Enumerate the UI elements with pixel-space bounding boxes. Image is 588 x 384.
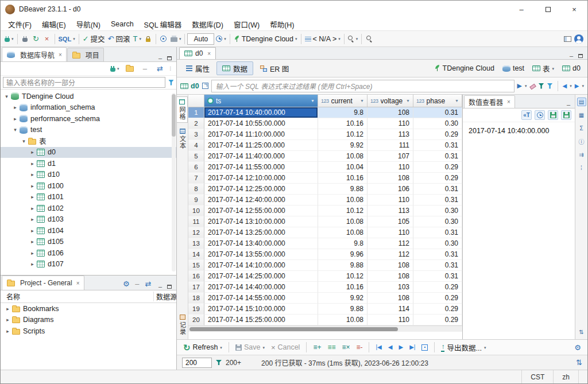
column-dropdown-icon[interactable]: ▼ — [406, 99, 410, 103]
column-header-current[interactable]: 123current▼ — [318, 95, 368, 107]
cell-voltage[interactable]: 108 — [368, 107, 413, 118]
cell-current[interactable]: 10.12 — [318, 271, 368, 282]
tree-item-performance_schema[interactable]: ▸performance_schema — [1, 113, 176, 125]
account-button[interactable] — [573, 33, 585, 45]
dropdown-icon[interactable]: ▾ — [338, 37, 341, 41]
commit-button[interactable]: ✓提交 — [82, 33, 106, 45]
search-button[interactable]: ▾ — [347, 33, 359, 45]
minimize-view-icon[interactable]: – — [158, 284, 162, 290]
cell-current[interactable]: 9.92 — [318, 140, 368, 151]
expand-arrow-icon[interactable]: ▸ — [29, 183, 36, 189]
save-value-as-icon[interactable] — [561, 110, 571, 120]
edit-filter-icon[interactable] — [539, 83, 544, 89]
export-data-button[interactable]: ↑导出数据...▾ — [439, 341, 488, 354]
window-maximize-button[interactable] — [535, 1, 561, 18]
navigator-scrollbar[interactable] — [172, 93, 176, 271]
result-table-selector[interactable]: d0 — [180, 82, 199, 90]
dropdown-icon[interactable]: ▾ — [224, 37, 226, 41]
delete-row-button[interactable]: ≡× — [340, 341, 351, 354]
focus-cell-button[interactable] — [420, 341, 430, 354]
dropdown-icon[interactable]: ▾ — [356, 37, 358, 41]
cell-ts[interactable]: 2017-07-14 14:55:00.000 — [204, 293, 318, 304]
cell-phase[interactable]: 0.31 — [413, 184, 462, 195]
cell-phase[interactable]: 0.31 — [413, 227, 462, 238]
cell-current[interactable]: 9.88 — [318, 260, 368, 271]
tree-item-d1[interactable]: ▸d1 — [1, 158, 176, 169]
dropdown-icon[interactable]: ▾ — [582, 84, 584, 88]
cell-current[interactable]: 9.88 — [318, 304, 368, 315]
cell-voltage[interactable]: 108 — [368, 293, 413, 304]
cell-voltage[interactable]: 111 — [368, 140, 413, 151]
scroll-to-end-icon[interactable]: ⇅ — [576, 359, 582, 366]
language-indicator[interactable]: zh — [553, 370, 578, 383]
expand-arrow-icon[interactable]: ▸ — [29, 228, 36, 234]
cell-ts[interactable]: 2017-07-14 11:55:00.000 — [204, 162, 318, 173]
last-row-button[interactable]: ▶| — [408, 341, 417, 354]
previous-row-button[interactable]: ◀ — [386, 341, 394, 354]
cell-voltage[interactable]: 112 — [368, 249, 413, 260]
tab-projects[interactable]: 项目 — [67, 48, 104, 61]
row-number[interactable]: 3 — [188, 129, 204, 140]
table-filter-input[interactable]: 输入表格名称的一部分 — [3, 77, 165, 88]
refresh-button[interactable]: ↻Refresh▾ — [181, 341, 224, 354]
cell-current[interactable]: 10.12 — [318, 129, 368, 140]
column-header-datasource[interactable]: 数据源 — [153, 292, 176, 301]
menu-item[interactable]: SQL 编辑器 — [139, 18, 187, 30]
cell-ts[interactable]: 2017-07-14 12:40:00.000 — [204, 195, 318, 205]
dropdown-icon[interactable]: ▾ — [11, 37, 14, 41]
tree-item-d103[interactable]: ▸d103 — [1, 214, 176, 226]
overflow-panel-icon[interactable]: ⁞ — [577, 164, 586, 172]
minimize-view-icon[interactable]: – — [570, 53, 573, 59]
breadcrumb-table[interactable]: d0 — [559, 64, 584, 72]
new-connection-button[interactable]: ▾ — [3, 33, 15, 45]
cell-voltage[interactable]: 112 — [368, 238, 413, 249]
maximize-view-icon[interactable] — [167, 56, 172, 60]
row-number[interactable]: 12 — [188, 227, 204, 238]
maximize-view-icon[interactable] — [167, 285, 172, 289]
transaction-log-button[interactable]: T▾ — [132, 33, 142, 45]
segment-funnel-icon[interactable] — [216, 360, 222, 365]
window-minimize-button[interactable]: – — [508, 1, 535, 18]
cell-current[interactable]: 10.16 — [318, 118, 368, 129]
tab-value-viewer[interactable]: 数值查看器 × — [464, 95, 515, 108]
cell-ts[interactable]: 2017-07-14 11:10:00.000 — [204, 129, 318, 140]
fetch-size-input[interactable]: 200 — [182, 358, 212, 368]
cell-voltage[interactable]: 113 — [368, 205, 413, 216]
expand-arrow-icon[interactable]: ▸ — [29, 161, 36, 166]
expand-arrow-icon[interactable]: ▸ — [29, 194, 36, 200]
tab-er-diagram[interactable]: ER 图 — [254, 61, 295, 75]
cell-ts[interactable]: 2017-07-14 13:40:00.000 — [204, 238, 318, 249]
cell-phase[interactable]: 0.31 — [413, 271, 462, 282]
filter-funnel-icon[interactable] — [168, 80, 174, 86]
column-header-name[interactable]: 名称 — [1, 292, 153, 301]
project-collapse-all-button[interactable]: – — [132, 277, 142, 290]
grid-corner-cell[interactable] — [188, 95, 204, 107]
cell-phase[interactable]: 0.30 — [413, 118, 462, 129]
tree-item-information_schema[interactable]: ▸information_schema — [1, 102, 176, 114]
breadcrumb-connection[interactable]: TDengine Cloud — [431, 64, 498, 72]
expand-filter-icon[interactable] — [202, 83, 208, 89]
rollback-button[interactable]: ↶回滚 — [107, 33, 131, 45]
collapse-all-button[interactable]: – — [140, 63, 150, 75]
cell-ts[interactable]: 2017-07-14 12:25:00.000 — [204, 184, 318, 195]
quick-search-button[interactable] — [364, 33, 374, 45]
sql-editor-button[interactable]: SQL▾ — [57, 33, 76, 45]
cell-voltage[interactable]: 106 — [368, 184, 413, 195]
window-close-button[interactable]: × — [561, 1, 587, 18]
column-dropdown-icon[interactable]: ▼ — [360, 99, 364, 103]
cell-ts[interactable]: 2017-07-14 13:10:00.000 — [204, 216, 318, 227]
column-dropdown-icon[interactable]: ▼ — [311, 99, 315, 103]
cell-voltage[interactable]: 110 — [368, 315, 413, 325]
row-number[interactable]: 18 — [188, 293, 204, 304]
transaction-timeout-button[interactable]: ▾ — [215, 33, 227, 45]
expand-arrow-icon[interactable]: ▸ — [29, 216, 36, 222]
dropdown-icon[interactable]: ▾ — [139, 37, 141, 41]
close-icon[interactable]: × — [59, 52, 62, 58]
cell-phase[interactable]: 0.31 — [413, 195, 462, 205]
lock-button[interactable] — [143, 33, 153, 45]
cell-phase[interactable]: 0.30 — [413, 238, 462, 249]
close-tab-icon[interactable]: × — [207, 51, 211, 57]
cell-voltage[interactable]: 108 — [368, 260, 413, 271]
tab-record-view[interactable]: 记录 — [177, 312, 188, 338]
expand-arrow-icon[interactable]: ▸ — [4, 328, 11, 334]
